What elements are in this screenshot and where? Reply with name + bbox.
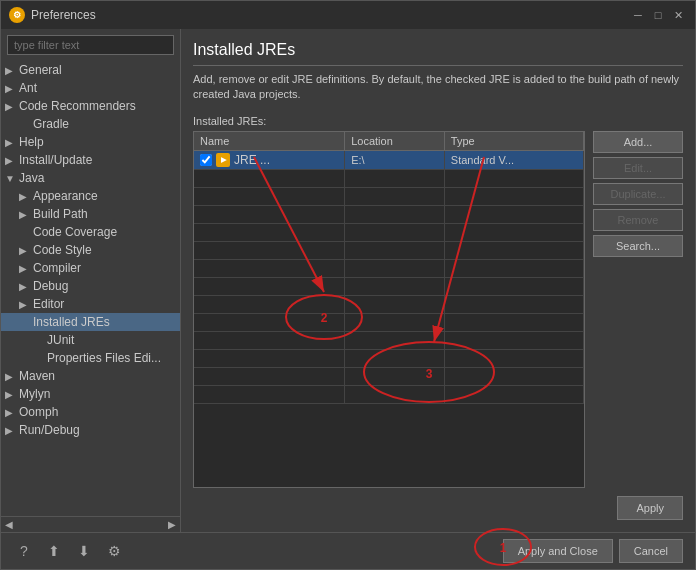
minimize-button[interactable]: ─ [629, 6, 647, 24]
table-row[interactable] [194, 169, 584, 187]
sidebar-item-compiler[interactable]: ▶ Compiler [1, 259, 180, 277]
apply-and-close-button[interactable]: Apply and Close [503, 539, 613, 563]
jre-icon: ▶ [216, 153, 230, 167]
arrow-icon: ▶ [5, 371, 19, 382]
jre-checkbox[interactable] [200, 154, 212, 166]
table-row[interactable] [194, 205, 584, 223]
table-row[interactable] [194, 367, 584, 385]
main-panel: Installed JREs Add, remove or edit JRE d… [181, 29, 695, 532]
sidebar-item-java[interactable]: ▼ Java [1, 169, 180, 187]
add-button[interactable]: Add... [593, 131, 683, 153]
import-icon[interactable]: ⬆ [43, 540, 65, 562]
help-icon[interactable]: ? [13, 540, 35, 562]
jres-buttons: Add... Edit... Duplicate... Remove Searc… [593, 131, 683, 488]
table-row[interactable] [194, 295, 584, 313]
sidebar-item-label: Installed JREs [33, 315, 110, 329]
arrow-icon: ▶ [19, 299, 33, 310]
export-icon[interactable]: ⬇ [73, 540, 95, 562]
table-row[interactable]: ▶ JRE ... E:\ Standard V... [194, 150, 584, 169]
sidebar-item-appearance[interactable]: ▶ Appearance [1, 187, 180, 205]
settings-icon[interactable]: ⚙ [103, 540, 125, 562]
panel-title: Installed JREs [193, 41, 683, 66]
sidebar-item-maven[interactable]: ▶ Maven [1, 367, 180, 385]
column-type: Type [444, 132, 583, 151]
arrow-icon: ▶ [5, 155, 19, 166]
filter-input[interactable] [7, 35, 174, 55]
table-row[interactable] [194, 241, 584, 259]
sidebar-item-label: Code Recommenders [19, 99, 136, 113]
sidebar-item-code-style[interactable]: ▶ Code Style [1, 241, 180, 259]
sidebar-item-label: Java [19, 171, 44, 185]
sidebar-item-code-coverage[interactable]: Code Coverage [1, 223, 180, 241]
jre-type: Standard V... [444, 150, 583, 169]
table-row[interactable] [194, 331, 584, 349]
table-row[interactable] [194, 313, 584, 331]
sidebar-item-gradle[interactable]: Gradle [1, 115, 180, 133]
arrow-icon: ▶ [19, 263, 33, 274]
sidebar-item-label: Editor [33, 297, 64, 311]
sidebar-item-label: Maven [19, 369, 55, 383]
column-name: Name [194, 132, 345, 151]
sidebar-item-code-recommenders[interactable]: ▶ Code Recommenders [1, 97, 180, 115]
scroll-right-button[interactable]: ▶ [168, 519, 176, 530]
sidebar-item-label: Code Coverage [33, 225, 117, 239]
sidebar-item-properties-files-editor[interactable]: Properties Files Edi... [1, 349, 180, 367]
sidebar-item-label: Appearance [33, 189, 98, 203]
apply-row: Apply [193, 496, 683, 520]
apply-button[interactable]: Apply [617, 496, 683, 520]
arrow-icon: ▼ [5, 173, 19, 184]
window-title: Preferences [31, 8, 96, 22]
sidebar-item-build-path[interactable]: ▶ Build Path [1, 205, 180, 223]
column-location: Location [345, 132, 445, 151]
search-button[interactable]: Search... [593, 235, 683, 257]
footer-buttons: Apply and Close Cancel [503, 539, 683, 563]
installed-jres-label: Installed JREs: [193, 115, 683, 127]
main-content: ▶ General ▶ Ant ▶ Code Recommenders Grad… [1, 29, 695, 532]
sidebar-scroll-controls: ◀ ▶ [1, 516, 180, 532]
tree: ▶ General ▶ Ant ▶ Code Recommenders Grad… [1, 61, 180, 516]
arrow-icon: ▶ [5, 389, 19, 400]
arrow-icon: ▶ [5, 407, 19, 418]
sidebar-item-general[interactable]: ▶ General [1, 61, 180, 79]
maximize-button[interactable]: □ [649, 6, 667, 24]
edit-button[interactable]: Edit... [593, 157, 683, 179]
sidebar-item-label: Gradle [33, 117, 69, 131]
arrow-icon: ▶ [19, 245, 33, 256]
title-bar: ⚙ Preferences ─ □ ✕ [1, 1, 695, 29]
arrow-icon: ▶ [5, 137, 19, 148]
table-row[interactable] [194, 277, 584, 295]
sidebar-item-junit[interactable]: JUnit [1, 331, 180, 349]
table-row[interactable] [194, 259, 584, 277]
remove-button[interactable]: Remove [593, 209, 683, 231]
sidebar-item-label: Debug [33, 279, 68, 293]
arrow-icon: ▶ [5, 425, 19, 436]
sidebar-item-oomph[interactable]: ▶ Oomph [1, 403, 180, 421]
table-row[interactable] [194, 385, 584, 403]
jres-table-container: Name Location Type ▶ [193, 131, 585, 488]
scroll-left-button[interactable]: ◀ [5, 519, 13, 530]
jres-area: Name Location Type ▶ [193, 131, 683, 488]
filter-box [1, 29, 180, 61]
arrow-icon: ▶ [5, 83, 19, 94]
duplicate-button[interactable]: Duplicate... [593, 183, 683, 205]
close-button[interactable]: ✕ [669, 6, 687, 24]
table-row[interactable] [194, 187, 584, 205]
arrow-icon: ▶ [5, 65, 19, 76]
sidebar-item-install-update[interactable]: ▶ Install/Update [1, 151, 180, 169]
table-row[interactable] [194, 349, 584, 367]
sidebar-item-installed-jres[interactable]: Installed JREs [1, 313, 180, 331]
sidebar-item-label: JUnit [47, 333, 74, 347]
app-icon: ⚙ [9, 7, 25, 23]
arrow-icon: ▶ [19, 281, 33, 292]
panel-description: Add, remove or edit JRE definitions. By … [193, 72, 683, 103]
sidebar-item-editor[interactable]: ▶ Editor [1, 295, 180, 313]
sidebar-item-debug[interactable]: ▶ Debug [1, 277, 180, 295]
sidebar-item-mylyn[interactable]: ▶ Mylyn [1, 385, 180, 403]
sidebar-item-help[interactable]: ▶ Help [1, 133, 180, 151]
sidebar-item-label: General [19, 63, 62, 77]
sidebar-item-ant[interactable]: ▶ Ant [1, 79, 180, 97]
table-row[interactable] [194, 223, 584, 241]
cancel-button[interactable]: Cancel [619, 539, 683, 563]
sidebar-item-label: Build Path [33, 207, 88, 221]
sidebar-item-run-debug[interactable]: ▶ Run/Debug [1, 421, 180, 439]
